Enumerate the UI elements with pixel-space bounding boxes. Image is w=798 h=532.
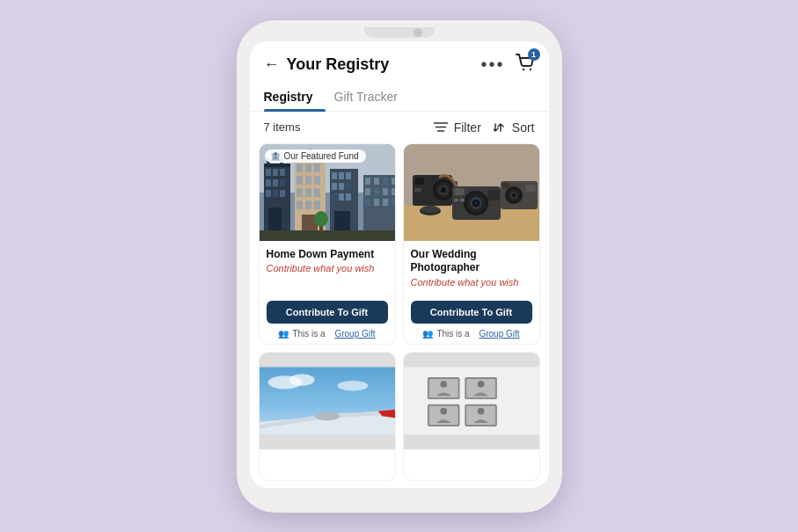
svg-rect-30: [314, 188, 320, 197]
svg-rect-39: [346, 172, 351, 179]
cart-button[interactable]: 1: [516, 54, 535, 76]
items-count: 7 items: [264, 120, 301, 134]
card-body-1: Home Down Payment Contribute what you wi…: [260, 241, 395, 295]
card-image-house: 🏦 Our Featured Fund: [260, 144, 395, 241]
svg-rect-57: [374, 199, 379, 206]
header-right: ••• 1: [480, 54, 534, 76]
svg-rect-14: [266, 190, 271, 197]
svg-rect-42: [346, 183, 351, 190]
svg-rect-88: [502, 183, 509, 188]
card-subtitle-1: Contribute what you wish: [267, 263, 388, 273]
svg-rect-9: [273, 169, 278, 176]
svg-rect-17: [268, 208, 282, 232]
svg-rect-82: [460, 199, 465, 201]
card-subtitle-2: Contribute what you wish: [411, 277, 532, 288]
svg-rect-40: [332, 183, 337, 190]
phone-screen: ← Your Registry ••• 1 Registry Gift Trac…: [250, 41, 549, 488]
featured-label: Our Featured Fund: [284, 151, 359, 161]
cart-badge: 1: [528, 48, 540, 61]
page-title: Your Registry: [287, 55, 390, 74]
svg-rect-13: [280, 179, 285, 186]
svg-rect-51: [392, 178, 395, 185]
svg-rect-37: [332, 172, 337, 179]
header: ← Your Registry ••• 1: [250, 41, 549, 83]
svg-rect-23: [305, 164, 311, 172]
card-body-4: [404, 449, 539, 480]
group-gift-row-2: 👥 This is a Group Gift: [404, 327, 539, 344]
card-frames: [403, 352, 540, 481]
contribute-button-1[interactable]: Contribute To Gift: [267, 301, 388, 324]
card-image-plane: [260, 353, 395, 449]
group-icon-1: 👥: [278, 329, 289, 339]
group-gift-row-1: 👥 This is a Group Gift: [260, 327, 395, 344]
svg-rect-46: [334, 211, 350, 232]
group-gift-link-2[interactable]: Group Gift: [479, 329, 519, 339]
svg-rect-27: [314, 176, 320, 185]
card-body-3: [260, 449, 395, 480]
svg-rect-53: [374, 188, 379, 195]
group-gift-link-1[interactable]: Group Gift: [334, 329, 375, 339]
svg-rect-44: [339, 193, 344, 200]
svg-rect-41: [339, 183, 344, 190]
svg-rect-80: [487, 190, 500, 200]
svg-rect-45: [346, 193, 351, 200]
card-image-frames: [404, 353, 539, 449]
toolbar: 7 items Filter Sort: [250, 112, 549, 143]
tabs-bar: Registry Gift Tracker: [250, 83, 549, 112]
phone-frame: ← Your Registry ••• 1 Registry Gift Trac…: [237, 20, 562, 513]
svg-rect-43: [332, 193, 337, 200]
svg-point-0: [522, 68, 523, 69]
svg-rect-60: [260, 230, 395, 241]
svg-rect-66: [415, 178, 424, 185]
card-wedding-photographer: Our Wedding Photographer Contribute what…: [403, 143, 540, 345]
svg-rect-79: [454, 188, 465, 195]
svg-rect-48: [365, 178, 370, 185]
svg-rect-81: [454, 199, 458, 201]
svg-point-78: [474, 201, 478, 205]
svg-rect-16: [280, 190, 285, 197]
tab-gift-tracker[interactable]: Gift Tracker: [334, 83, 410, 111]
more-options-button[interactable]: •••: [480, 55, 504, 75]
toolbar-right: Filter Sort: [434, 120, 535, 135]
svg-rect-10: [280, 169, 285, 176]
svg-rect-49: [374, 178, 379, 185]
svg-rect-24: [314, 164, 320, 172]
svg-rect-33: [314, 200, 320, 209]
svg-rect-28: [297, 188, 303, 197]
svg-point-91: [421, 206, 440, 213]
svg-point-95: [337, 380, 368, 390]
contribute-button-2[interactable]: Contribute To Gift: [411, 301, 532, 324]
svg-point-87: [512, 193, 516, 197]
tab-registry[interactable]: Registry: [264, 83, 326, 111]
piggy-icon: 🏦: [270, 151, 281, 161]
svg-rect-54: [383, 188, 388, 195]
svg-rect-26: [305, 176, 311, 185]
svg-rect-11: [266, 179, 271, 186]
svg-rect-31: [297, 200, 303, 209]
group-text-2: This is a: [436, 329, 469, 339]
featured-badge: 🏦 Our Featured Fund: [265, 149, 366, 163]
svg-rect-50: [383, 178, 388, 185]
svg-rect-29: [305, 188, 311, 197]
svg-rect-8: [266, 169, 271, 176]
svg-rect-25: [297, 176, 303, 185]
card-plane: [259, 352, 396, 481]
sort-button[interactable]: Sort: [494, 120, 535, 135]
svg-rect-52: [365, 188, 370, 195]
svg-rect-22: [297, 164, 303, 172]
items-grid: 🏦 Our Featured Fund Home Down Payment Co…: [250, 143, 549, 488]
svg-point-70: [441, 187, 446, 193]
svg-point-1: [529, 68, 531, 69]
card-title-2: Our Wedding Photographer: [411, 248, 532, 275]
svg-point-62: [314, 211, 328, 227]
svg-rect-38: [339, 172, 344, 179]
phone-notch: [364, 27, 435, 38]
card-title-1: Home Down Payment: [267, 248, 388, 262]
svg-rect-89: [525, 185, 536, 192]
filter-button[interactable]: Filter: [434, 120, 481, 135]
group-text-1: This is a: [292, 329, 325, 339]
svg-point-100: [440, 380, 447, 387]
svg-rect-58: [383, 199, 388, 206]
back-button[interactable]: ←: [264, 55, 280, 74]
svg-point-109: [477, 407, 484, 414]
